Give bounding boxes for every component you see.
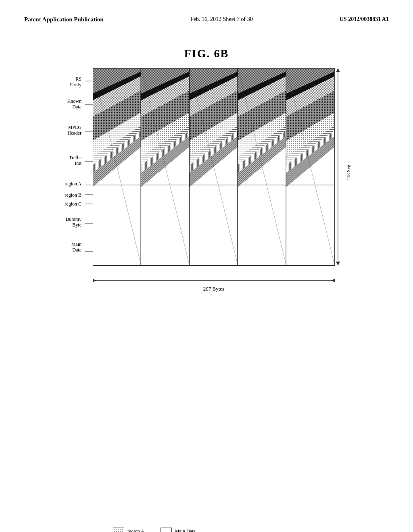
label-dummy-byte: DummyByte bbox=[66, 216, 81, 228]
header-right: US 2012/0038831 A1 bbox=[340, 16, 389, 23]
header-left: Patent Application Publication bbox=[24, 16, 104, 23]
legend-box-region-a bbox=[113, 528, 124, 532]
label-region-c: region C bbox=[65, 201, 81, 207]
bytes-label: 207 Bytes bbox=[203, 286, 224, 292]
label-mpeg-header: MPEGHeader bbox=[67, 125, 81, 136]
diagram-area: RSParity KnownData MPEGHeader TrellisIni… bbox=[49, 68, 364, 294]
svg-marker-93 bbox=[331, 279, 335, 282]
bottom-bytes-label: 207 Bytes bbox=[93, 276, 335, 292]
label-known-data: KnownData bbox=[67, 98, 81, 110]
page-header: Patent Application Publication Feb. 16, … bbox=[0, 0, 413, 23]
left-labels: RSParity KnownData MPEGHeader TrellisIni… bbox=[49, 68, 86, 270]
svg-marker-92 bbox=[93, 279, 97, 282]
legend-left-col: region A region B region C bbox=[113, 528, 144, 532]
legend-item-region-a: region A bbox=[113, 528, 144, 532]
svg-marker-90 bbox=[336, 262, 340, 266]
label-region-a: region A bbox=[65, 181, 81, 187]
main-diagram-svg bbox=[93, 68, 343, 274]
label-region-b: region B bbox=[65, 192, 81, 198]
svg-marker-89 bbox=[336, 68, 340, 72]
legend-area: region A region B region C Main Data Tre… bbox=[113, 528, 363, 532]
legend-box-main-data bbox=[161, 528, 172, 532]
label-trellis-init: TrellisInit bbox=[69, 155, 81, 166]
label-rs-parity: RSParity bbox=[70, 76, 81, 88]
header-center: Feb. 16, 2012 Sheet 7 of 30 bbox=[190, 16, 253, 23]
legend-label-region-a: region A bbox=[127, 528, 144, 532]
legend-label-main-data: Main Data bbox=[175, 528, 196, 532]
label-main-data: MainData bbox=[71, 241, 81, 253]
right-seg-label: 118 Seg bbox=[346, 165, 352, 181]
legend-item-main-data: Main Data bbox=[161, 528, 204, 532]
legend-right-col: Main Data Trellis Init Known Data MPEG H… bbox=[161, 528, 204, 532]
figure-title: FIG. 6B bbox=[0, 47, 413, 60]
